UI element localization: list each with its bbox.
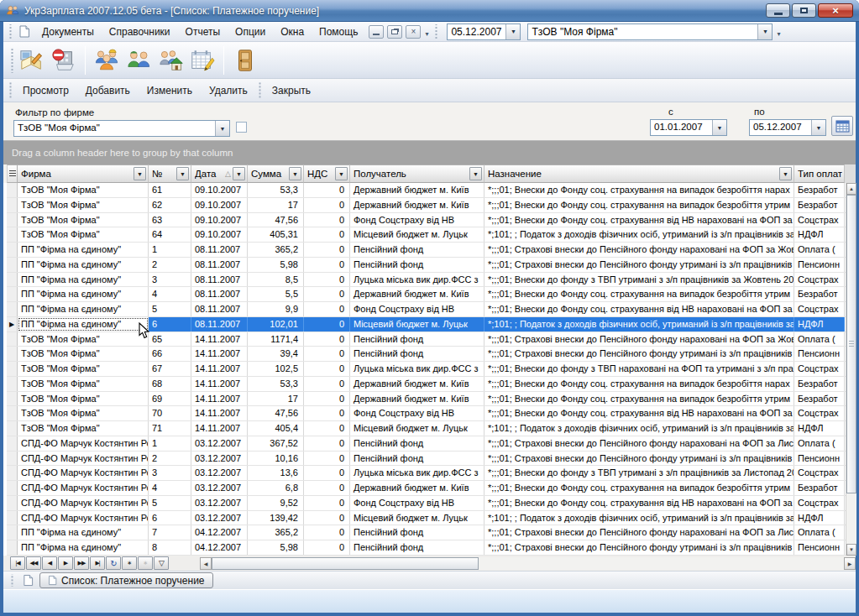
delete-button[interactable]: Удалить <box>201 81 256 100</box>
table-row[interactable]: ТзОВ "Моя Фірма"6614.11.200739,40Пенсійн… <box>7 347 846 362</box>
table-row[interactable]: ТзОВ "Моя Фірма"6209.10.2007170Державний… <box>7 198 846 213</box>
person-house-icon[interactable] <box>155 44 186 76</box>
table-row[interactable]: ПП "Фірма на єдиному"308.11.20078,50Луць… <box>7 273 846 288</box>
vertical-scroll-thumb[interactable] <box>846 195 856 493</box>
table-row[interactable]: ПП "Фірма на єдиному"108.11.2007365,20Пе… <box>7 243 846 258</box>
session-date-combobox[interactable]: 05.12.2007 ▼ <box>447 23 521 40</box>
column-header-1[interactable]: Фирма▼ <box>18 164 149 183</box>
menu-item-6[interactable]: Помощь <box>312 23 365 40</box>
column-header-5[interactable]: НДС▼ <box>304 164 350 183</box>
column-filter-icon[interactable]: ▼ <box>233 167 245 180</box>
navigator-next-icon[interactable]: ▶ <box>58 556 73 570</box>
toolbar-grip[interactable] <box>10 47 14 72</box>
table-row[interactable]: СПД-ФО Марчук Костянтин Ро303.12.200713,… <box>7 466 846 481</box>
filter-checkbox[interactable] <box>236 122 247 133</box>
table-row[interactable]: ПП "Фірма на єдиному"704.12.2007365,20Пе… <box>7 525 846 540</box>
navigator-bookmark-icon[interactable]: ∗ <box>138 556 153 570</box>
restore-button[interactable] <box>792 3 816 18</box>
tab-payment-orders-list[interactable]: Список: Платежное поручение <box>39 572 213 588</box>
table-row[interactable]: ПП "Фірма на єдиному"508.11.20079,90Фонд… <box>7 302 846 317</box>
navigator-prior-page-icon[interactable]: ◀◀ <box>26 556 41 570</box>
table-row[interactable]: СПД-ФО Марчук Костянтин Ро103.12.2007367… <box>7 436 846 452</box>
navigator-prior-icon[interactable]: ◀ <box>42 556 57 570</box>
column-header-6[interactable]: Получатель▼ <box>350 164 484 183</box>
table-row[interactable]: СПД-ФО Марчук Костянтин Ро203.12.200710,… <box>7 452 846 467</box>
menu-item-3[interactable]: Отчеты <box>178 23 228 40</box>
scroll-left-icon[interactable]: ◀ <box>200 557 212 570</box>
toolbar-grip[interactable] <box>258 82 262 98</box>
table-row[interactable]: СПД-ФО Марчук Костянтин Ро403.12.20076,8… <box>7 481 846 496</box>
column-filter-icon[interactable]: ▼ <box>335 167 348 180</box>
chevron-down-icon[interactable]: ▼ <box>505 24 520 39</box>
menu-item-4[interactable]: Опции <box>228 23 273 40</box>
new-document-icon[interactable] <box>16 24 33 39</box>
document-icon[interactable] <box>19 573 36 588</box>
column-header-4[interactable]: Сумма▼ <box>248 164 304 183</box>
navigator-next-page-icon[interactable]: ▶▶ <box>74 556 89 570</box>
chevron-down-icon[interactable]: ▼ <box>712 120 726 135</box>
mdi-minimize-icon[interactable] <box>369 25 384 39</box>
table-row[interactable]: СПД-ФО Марчук Костянтин Ро603.12.2007139… <box>7 511 846 526</box>
table-row[interactable]: ПП "Фірма на єдиному"408.11.20075,50Держ… <box>7 287 846 302</box>
column-header-3[interactable]: Дата△▼ <box>191 164 248 183</box>
toolbar-grip[interactable] <box>10 574 14 587</box>
group-by-bar[interactable]: Drag a column header here to group by th… <box>3 140 856 164</box>
close-period-icon[interactable] <box>48 44 80 76</box>
employees-group-icon[interactable] <box>91 44 123 76</box>
mdi-close-icon[interactable]: × <box>406 25 421 39</box>
column-header-2[interactable]: №▼ <box>149 164 191 183</box>
table-row[interactable]: ТзОВ "Моя Фірма"7114.11.2007405,40Місцев… <box>7 421 846 436</box>
view-button[interactable]: Просмотр <box>14 81 77 100</box>
column-filter-icon[interactable]: ▼ <box>289 167 301 180</box>
chevron-down-icon[interactable]: ▼ <box>757 24 772 39</box>
column-filter-icon[interactable]: ▼ <box>134 167 146 180</box>
column-filter-icon[interactable]: ▼ <box>176 167 189 180</box>
date-from-combobox[interactable]: 01.01.2007 ▼ <box>650 119 727 136</box>
menu-item-1[interactable]: Документы <box>34 23 102 40</box>
menu-item-5[interactable]: Окна <box>273 23 312 40</box>
table-row[interactable]: ТзОВ "Моя Фірма"7014.11.200747,560Фонд С… <box>7 406 846 421</box>
toolbar-grip[interactable] <box>8 82 13 98</box>
persons-icon[interactable] <box>123 44 155 76</box>
table-row[interactable]: ТзОВ "Моя Фірма"6514.11.20071171,40Пенсі… <box>7 332 846 347</box>
minimize-button[interactable] <box>766 3 790 18</box>
toolbar-grip[interactable] <box>8 24 13 38</box>
calendar-edit-icon[interactable] <box>186 44 218 76</box>
firm-filter-combobox[interactable]: ТзОВ "Моя Фірма" ▼ <box>13 120 230 137</box>
edit-button[interactable]: Изменить <box>139 81 201 100</box>
calendar-button[interactable] <box>831 116 853 136</box>
navigator-insert-icon[interactable]: ∗ <box>122 556 137 570</box>
toolbar-overflow-icon[interactable]: ▾ <box>777 30 780 38</box>
column-header-8[interactable]: Тип оплаты <box>794 164 845 183</box>
navigator-last-icon[interactable]: ▶| <box>90 556 105 570</box>
mdi-restore-icon[interactable] <box>387 25 402 39</box>
table-row[interactable]: ПП "Фірма на єдиному"804.12.20075,980Пен… <box>7 540 846 556</box>
horizontal-scrollbar[interactable]: ◀ ▶ <box>200 557 856 570</box>
navigator-first-icon[interactable]: |◀ <box>10 556 25 570</box>
scroll-up-icon[interactable]: ▲ <box>846 183 856 195</box>
table-row[interactable]: ТзОВ "Моя Фірма"6914.11.2007170Державний… <box>7 392 846 407</box>
table-row[interactable]: ТзОВ "Моя Фірма"6814.11.200753,30Державн… <box>7 377 846 392</box>
date-to-combobox[interactable]: 05.12.2007 ▼ <box>749 119 826 136</box>
exit-door-icon[interactable] <box>229 44 261 76</box>
toolbar-overflow-icon[interactable]: ▾ <box>425 30 428 38</box>
add-button[interactable]: Добавить <box>77 81 139 100</box>
vertical-scrollbar[interactable]: ▲ ▼ <box>846 183 856 556</box>
column-filter-icon[interactable]: ▼ <box>469 167 482 180</box>
column-header-7[interactable]: Назначение▼ <box>484 164 794 183</box>
menu-item-2[interactable]: Справочники <box>102 23 178 40</box>
chevron-down-icon[interactable]: ▼ <box>811 120 825 135</box>
table-row[interactable]: ▶ПП "Фірма на єдиному"608.11.2007102,010… <box>7 317 846 332</box>
navigator-refresh-icon[interactable]: ↻ <box>106 556 121 570</box>
table-row[interactable]: ТзОВ "Моя Фірма"6714.11.2007102,50Луцька… <box>7 362 846 377</box>
scroll-down-icon[interactable]: ▼ <box>846 544 856 556</box>
toolbar-grip[interactable] <box>434 24 438 38</box>
scroll-right-icon[interactable]: ▶ <box>844 557 856 570</box>
table-row[interactable]: ТзОВ "Моя Фірма"6409.10.2007405,310Місце… <box>7 227 846 243</box>
session-firm-combobox[interactable]: ТзОВ "Моя Фірма" ▼ <box>527 23 773 40</box>
table-row[interactable]: ТзОВ "Моя Фірма"6109.10.200753,30Державн… <box>7 183 846 198</box>
column-filter-icon[interactable]: ▼ <box>779 167 792 180</box>
chevron-down-icon[interactable]: ▼ <box>215 121 229 136</box>
horizontal-scroll-thumb[interactable] <box>212 557 479 570</box>
journal-icon[interactable] <box>16 44 48 76</box>
